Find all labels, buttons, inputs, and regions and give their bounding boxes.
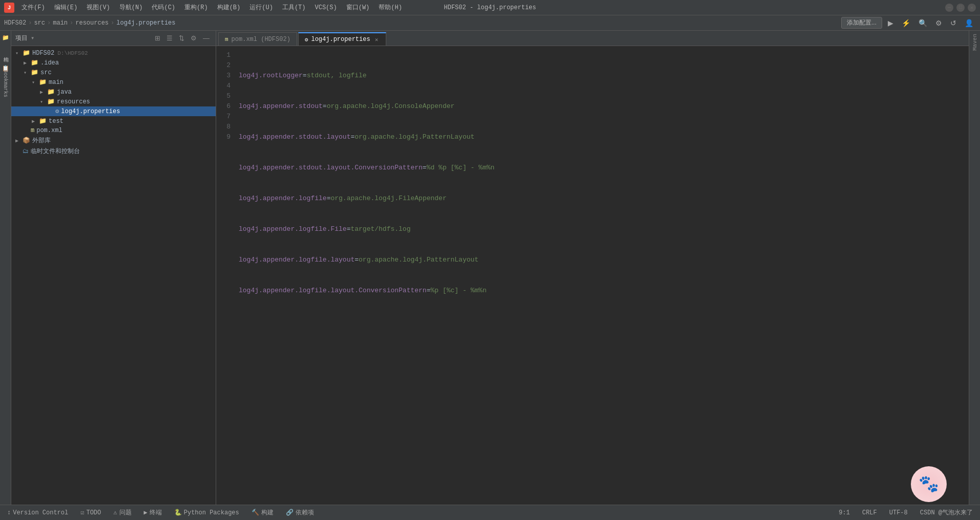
tree-item-resources[interactable]: ▾ 📁 resources — [11, 97, 216, 106]
status-cursor-pos[interactable]: 9:1 — [836, 508, 853, 517]
arrow-java: ▶ — [40, 89, 47, 95]
sidebar-settings[interactable]: ⚙ — [189, 33, 199, 43]
breadcrumb-resources[interactable]: resources — [75, 19, 109, 27]
tree-label-main: main — [49, 79, 64, 86]
dependencies-icon: 🔗 — [286, 509, 294, 516]
status-line-ending[interactable]: CRLF — [859, 508, 880, 517]
code-line-8: log4j.appender.logfile.layout.Conversion… — [239, 286, 965, 296]
close-button[interactable]: ✕ — [968, 4, 976, 12]
status-encoding[interactable]: UTF-8 — [886, 508, 911, 517]
tree-item-log4j[interactable]: ▶ ⚙ log4j.properties — [11, 106, 216, 116]
folder-icon-idea: 📁 — [31, 59, 38, 67]
breadcrumb-hdfs02[interactable]: HDFS02 — [4, 19, 26, 27]
terminal-label: 终端 — [150, 508, 162, 517]
menu-code[interactable]: 代码(C) — [148, 2, 179, 13]
menu-file[interactable]: 文件(F) — [17, 2, 49, 13]
tab-log4j-close[interactable]: ✕ — [373, 36, 380, 44]
debug-button[interactable]: ⚡ — [899, 17, 913, 29]
arrow-idea: ▶ — [24, 60, 31, 66]
line-num-5: 5 — [220, 91, 231, 101]
run-button[interactable]: ▶ — [885, 17, 896, 29]
status-right-section: 9:1 CRLF UTF-8 CSDN @气泡水来了 — [836, 507, 976, 518]
menu-vcs[interactable]: VCS(S) — [310, 3, 341, 13]
tab-pom[interactable]: m pom.xml (HDFS02) — [218, 32, 297, 46]
menu-refactor[interactable]: 重构(R) — [180, 2, 212, 13]
update-button[interactable]: ↺ — [948, 17, 959, 29]
maven-panel-label[interactable]: Maven — [970, 31, 979, 54]
structure-icon[interactable]: 结构 — [1, 48, 10, 57]
code-empty-9 — [239, 316, 243, 327]
tree-label-scratch: 临时文件和控制台 — [31, 147, 80, 156]
tree-item-main[interactable]: ▾ 📁 main — [11, 77, 216, 87]
menu-build[interactable]: 构建(B) — [213, 2, 245, 13]
code-line-6: log4j.appender.logfile.File=target/hdfs.… — [239, 224, 965, 234]
code-val-6: target/hdfs.log — [350, 224, 410, 234]
tree-item-idea[interactable]: ▶ 📁 .idea — [11, 58, 216, 68]
sidebar-hide[interactable]: — — [201, 33, 212, 43]
minimize-button[interactable]: — — [945, 4, 953, 12]
sidebar: 项目 ▾ ⊞ ☰ ⇅ ⚙ — ▾ 📁 HDFS02 D:\HDFS02 — [11, 31, 216, 505]
tree-item-java[interactable]: ▶ 📁 java — [11, 87, 216, 97]
breadcrumb-main[interactable]: main — [53, 19, 68, 27]
sidebar-sort[interactable]: ⇅ — [177, 33, 186, 43]
menu-help[interactable]: 帮助(H) — [374, 2, 406, 13]
code-val-2: org.apache.log4j.ConsoleAppender — [327, 101, 455, 112]
folder-icon-resources: 📁 — [47, 98, 55, 105]
line-num-6: 6 — [220, 101, 231, 112]
bookmarks-icon[interactable]: Bookmarks — [1, 79, 10, 88]
tree-item-test[interactable]: ▶ 📁 test — [11, 116, 216, 126]
status-terminal[interactable]: ▶ 终端 — [141, 507, 165, 518]
title-bar: J 文件(F) 编辑(E) 视图(V) 导航(N) 代码(C) 重构(R) 构建… — [0, 0, 980, 15]
sidebar-dropdown-arrow[interactable]: ▾ — [31, 34, 34, 42]
build-label: 构建 — [261, 508, 274, 517]
tab-log4j[interactable]: ⚙ log4j.properties ✕ — [298, 32, 386, 46]
breadcrumb-file[interactable]: log4j.properties — [116, 19, 175, 27]
sidebar-expand-all[interactable]: ⊞ — [153, 33, 162, 43]
tree-item-scratch[interactable]: ▶ 🗂 临时文件和控制台 — [11, 146, 216, 157]
tree-item-hdfs02[interactable]: ▾ 📁 HDFS02 D:\HDFS02 — [11, 48, 216, 58]
menu-edit[interactable]: 编辑(E) — [50, 2, 82, 13]
python-packages-label: Python Packages — [184, 509, 239, 516]
code-eq-3: = — [350, 132, 355, 142]
tree-item-src[interactable]: ▾ 📁 src — [11, 68, 216, 77]
maximize-button[interactable]: □ — [956, 4, 965, 12]
project-icon[interactable]: 📁 — [1, 33, 10, 42]
status-python-packages[interactable]: 🐍 Python Packages — [171, 508, 242, 517]
code-key-5: log4j.appender.logfile — [239, 193, 327, 204]
menu-window[interactable]: 窗口(W) — [342, 2, 374, 13]
code-val-1: stdout, logfile — [307, 71, 367, 81]
status-version-control[interactable]: ↕ Version Control — [4, 508, 71, 517]
code-key-8: log4j.appender.logfile.layout.Conversion… — [239, 286, 427, 296]
tree-item-external[interactable]: ▶ 📦 外部库 — [11, 135, 216, 146]
sidebar-collapse-all[interactable]: ☰ — [164, 33, 175, 43]
breadcrumb-sep-3: › — [70, 19, 73, 27]
code-key-1: log4j.rootLogger — [239, 71, 303, 81]
breadcrumb-src[interactable]: src — [34, 19, 45, 27]
menu-view[interactable]: 视图(V) — [82, 2, 114, 13]
code-eq-1: = — [303, 71, 307, 81]
status-dependencies[interactable]: 🔗 依赖项 — [283, 507, 317, 518]
menu-run[interactable]: 运行(U) — [245, 2, 277, 13]
user-icon-button[interactable]: 👤 — [962, 17, 976, 29]
settings-button[interactable]: ⚙ — [933, 17, 945, 29]
folder-icon-test: 📁 — [39, 117, 47, 125]
nav-actions: 添加配置... ▶ ⚡ 🔍 ⚙ ↺ 👤 — [841, 17, 976, 29]
encoding-label: UTF-8 — [889, 509, 908, 516]
tree-item-pom[interactable]: ▶ m pom.xml — [11, 126, 216, 135]
folder-icon-hdfs02: 📁 — [23, 49, 30, 57]
line-num-9: 9 — [220, 132, 231, 142]
menu-nav[interactable]: 导航(N) — [115, 2, 147, 13]
scratch-icon: 🗂 — [23, 147, 29, 155]
arrow-src: ▾ — [24, 70, 31, 76]
breadcrumb-sep-1: › — [28, 19, 32, 27]
search-button[interactable]: 🔍 — [916, 17, 930, 29]
status-build[interactable]: 🔨 构建 — [248, 507, 277, 518]
status-todo[interactable]: ☑ TODO — [77, 508, 104, 517]
menu-tools[interactable]: 工具(T) — [278, 2, 310, 13]
code-editor[interactable]: 1 2 3 4 5 6 7 8 9 log4j.rootLogger=stdou… — [216, 46, 980, 505]
status-problems[interactable]: ⚠ 问题 — [110, 507, 134, 518]
code-content[interactable]: log4j.rootLogger=stdout, logfile log4j.a… — [237, 46, 969, 505]
code-line-5: log4j.appender.logfile=org.apache.log4j.… — [239, 193, 965, 204]
code-line-7: log4j.appender.logfile.layout=org.apache… — [239, 255, 965, 265]
add-config-button[interactable]: 添加配置... — [841, 17, 882, 29]
